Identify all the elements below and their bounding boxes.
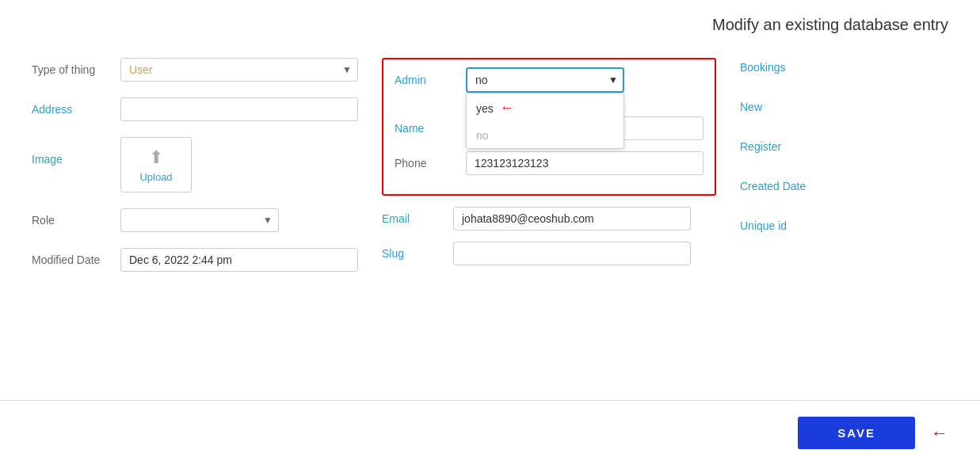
email-input[interactable] [453, 207, 691, 231]
modified-date-label: Modified Date [32, 253, 111, 266]
right-column: Bookings New Register Created Date Uniqu… [740, 58, 806, 232]
role-select-wrapper: ▼ [120, 208, 279, 232]
email-row: Email [382, 207, 716, 231]
upload-label: Upload [139, 171, 172, 183]
phone-input[interactable] [466, 151, 704, 175]
bookings-link[interactable]: Bookings [740, 61, 806, 74]
upload-icon: ⬆ [149, 147, 163, 168]
address-input[interactable] [120, 97, 358, 121]
name-label: Name [395, 122, 458, 135]
footer-bar: SAVE ← [0, 400, 980, 465]
admin-row: Admin no yes ▼ yes ← [395, 67, 704, 93]
image-group: Image ⬆ Upload [32, 137, 358, 192]
new-link[interactable]: New [740, 101, 806, 113]
address-group: Address [32, 97, 358, 121]
type-select-wrapper: User ▼ [120, 58, 358, 82]
unique-id-link[interactable]: Unique id [740, 219, 806, 232]
modified-date-group: Modified Date [32, 248, 358, 272]
slug-row: Slug [382, 242, 716, 265]
page-container: Modify an existing database entry Type o… [0, 0, 980, 465]
created-date-link[interactable]: Created Date [740, 180, 806, 192]
admin-no-label: no [476, 129, 489, 142]
upload-button[interactable]: ⬆ Upload [120, 137, 192, 192]
type-select[interactable]: User [120, 58, 358, 82]
slug-input[interactable] [453, 242, 691, 265]
role-select[interactable] [120, 208, 279, 232]
left-column: Type of thing User ▼ Address Image [32, 58, 358, 272]
register-link[interactable]: Register [740, 140, 806, 153]
admin-select[interactable]: no yes [466, 67, 624, 93]
modified-date-input[interactable] [120, 248, 358, 272]
admin-section: Admin no yes ▼ yes ← [382, 58, 716, 196]
save-button[interactable]: SAVE [798, 417, 915, 449]
image-label: Image [32, 153, 111, 166]
address-label: Address [32, 103, 111, 116]
phone-label: Phone [395, 157, 458, 170]
page-header: Modify an existing database entry [0, 0, 980, 42]
role-label: Role [32, 214, 111, 227]
red-arrow-icon: ← [500, 100, 514, 116]
form-area: Type of thing User ▼ Address Image [0, 42, 980, 400]
save-arrow-icon: ← [931, 423, 948, 444]
admin-label: Admin [395, 74, 458, 86]
admin-yes-label: yes [476, 102, 494, 115]
mid-column: Admin no yes ▼ yes ← [382, 58, 716, 276]
phone-row: Phone [395, 151, 704, 175]
slug-label: Slug [382, 247, 445, 260]
admin-dropdown-panel: yes ← no [466, 93, 624, 149]
admin-option-yes[interactable]: yes ← [467, 93, 623, 123]
type-of-thing-group: Type of thing User ▼ [32, 58, 358, 82]
page-title: Modify an existing database entry [32, 16, 948, 34]
main-form-row: Type of thing User ▼ Address Image [32, 58, 948, 276]
type-of-thing-label: Type of thing [32, 63, 111, 76]
role-group: Role ▼ [32, 208, 358, 232]
admin-select-wrapper: no yes ▼ yes ← no [466, 67, 624, 93]
email-label: Email [382, 212, 445, 225]
admin-option-no[interactable]: no [467, 123, 623, 148]
